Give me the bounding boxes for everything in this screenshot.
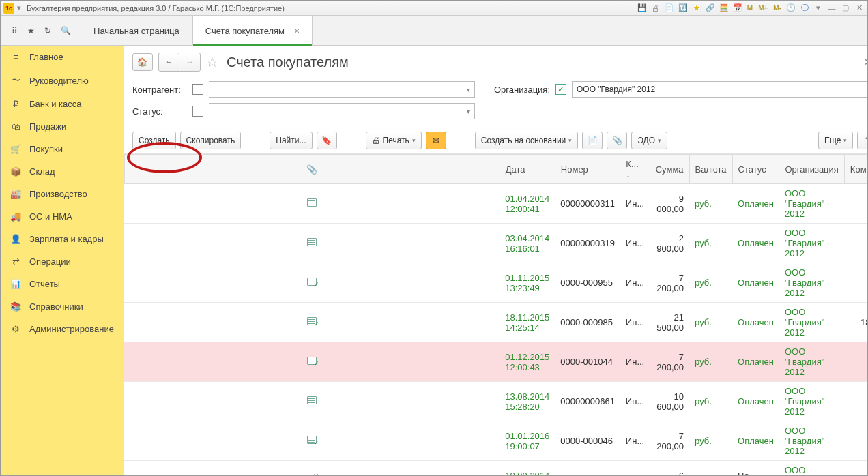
- copy-button[interactable]: Скопировать: [180, 132, 242, 149]
- page-title: Счета покупателям: [227, 55, 349, 70]
- cell-number: 00000000661: [555, 382, 620, 421]
- col-date[interactable]: Дата: [500, 155, 555, 184]
- table-row[interactable]: 01.11.2015 13:23:490000-000955Ин...7 200…: [124, 263, 867, 303]
- col-org[interactable]: Организация: [779, 155, 844, 184]
- tb-m-minus2[interactable]: M-: [772, 3, 783, 14]
- window-title: Бухгалтерия предприятия, редакция 3.0 / …: [27, 4, 285, 12]
- table-row[interactable]: 01.12.2015 12:00:430000-001044Ин...7 200…: [124, 342, 867, 382]
- print-button[interactable]: 🖨 Печать ▾: [366, 132, 422, 149]
- status-checkbox[interactable]: [192, 106, 203, 117]
- cell-currency: руб.: [689, 224, 732, 263]
- sidebar-item-12[interactable]: ⚙Администрирование: [1, 318, 124, 340]
- more-button[interactable]: Еще ▾: [818, 132, 853, 149]
- sidebar-item-3[interactable]: 🛍Продажи: [1, 115, 124, 138]
- tb-refresh-icon[interactable]: 🔃: [678, 3, 689, 14]
- find-button[interactable]: Найти...: [270, 132, 312, 149]
- attach-button[interactable]: 📎: [607, 132, 627, 149]
- sidebar-icon: ⚙: [10, 324, 21, 334]
- window-maximize[interactable]: ▢: [840, 3, 851, 14]
- tb-m-plus[interactable]: M+: [757, 3, 769, 14]
- tb-link-icon[interactable]: 🔗: [705, 3, 716, 14]
- org-checkbox[interactable]: [555, 84, 566, 95]
- history-icon[interactable]: ↻: [44, 26, 51, 35]
- status-select[interactable]: ▾: [209, 103, 475, 119]
- col-number[interactable]: Номер: [555, 155, 620, 184]
- counterparty-select[interactable]: ▾: [209, 81, 475, 98]
- sidebar-item-6[interactable]: 🏭Производство: [1, 183, 124, 205]
- tab-invoices[interactable]: Счета покупателям✕: [192, 16, 313, 46]
- org-select[interactable]: ООО "Гвардия" 2012▾: [572, 81, 867, 98]
- sidebar-item-7[interactable]: 🚚ОС и НМА: [1, 205, 124, 228]
- doc-status-icon: [307, 436, 317, 444]
- tb-m-minus[interactable]: M: [746, 3, 754, 14]
- cell-k: Ин...: [620, 303, 650, 342]
- favorite-star-icon[interactable]: ☆: [206, 54, 218, 70]
- col-status[interactable]: Статус: [732, 155, 779, 184]
- sidebar-item-9[interactable]: ⇄Операции: [1, 250, 124, 273]
- tb-print-icon[interactable]: 🖨: [650, 3, 661, 14]
- sidebar-item-11[interactable]: 📚Справочники: [1, 295, 124, 318]
- cell-status: Оплачен: [732, 184, 779, 224]
- table-row[interactable]: 03.04.2014 16:16:0100000000319Ин...2 900…: [124, 224, 867, 263]
- window-close[interactable]: ✕: [854, 3, 865, 14]
- help-button[interactable]: ?: [857, 132, 867, 149]
- tb-dropdown-icon[interactable]: ▾: [813, 3, 824, 14]
- edo-button[interactable]: ЭДО ▾: [631, 132, 667, 149]
- col-clip[interactable]: 📎: [124, 155, 500, 184]
- tb-star-icon[interactable]: ★: [691, 3, 702, 14]
- sidebar-item-label: Производство: [29, 189, 87, 199]
- cell-org: ООО "Гвардия" 2012: [779, 184, 844, 224]
- tb-calendar-icon[interactable]: 📅: [732, 3, 743, 14]
- tb-save-icon[interactable]: 💾: [637, 3, 648, 14]
- titlebar: 1c ▾ Бухгалтерия предприятия, редакция 3…: [1, 1, 867, 16]
- tab-home[interactable]: Начальная страница: [81, 16, 192, 46]
- col-currency[interactable]: Валюта: [689, 155, 732, 184]
- apps-icon[interactable]: ⠿: [12, 26, 18, 35]
- cell-date: 01.04.2014 12:00:41: [500, 184, 555, 224]
- table-row[interactable]: 13.08.2014 15:28:2000000000661Ин...10 60…: [124, 382, 867, 421]
- cell-k: Ин...: [620, 263, 650, 303]
- sidebar-item-label: Администрирование: [29, 324, 114, 334]
- sidebar-item-2[interactable]: ₽Банк и касса: [1, 93, 124, 115]
- cell-number: 0000-001044: [555, 342, 620, 382]
- favorites-icon[interactable]: ★: [27, 26, 35, 35]
- sidebar-item-10[interactable]: 📊Отчеты: [1, 273, 124, 295]
- tb-calc-icon[interactable]: 🧮: [719, 3, 729, 14]
- create-button[interactable]: Создать: [132, 132, 176, 149]
- page-close-icon[interactable]: ✕: [864, 57, 867, 68]
- cell-date: 10.09.2014 14:18:33: [500, 461, 555, 476]
- tb-info-icon[interactable]: ⓘ: [799, 3, 810, 14]
- tb-doc-icon[interactable]: 📄: [664, 3, 675, 14]
- sidebar-item-label: Руководителю: [29, 76, 89, 86]
- cell-comment: [844, 263, 867, 303]
- search-icon[interactable]: 🔍: [61, 26, 71, 35]
- nav-forward-button[interactable]: →: [179, 53, 200, 71]
- tab-close-icon[interactable]: ✕: [294, 27, 300, 35]
- col-comment[interactable]: Комм...: [844, 155, 867, 184]
- sidebar-item-0[interactable]: ≡Главное: [1, 46, 124, 68]
- table-row[interactable]: 01.04.2014 12:00:4100000000311Ин...9 000…: [124, 184, 867, 224]
- sidebar-item-8[interactable]: 👤Зарплата и кадры: [1, 228, 124, 250]
- mail-button[interactable]: ✉: [426, 132, 446, 149]
- sidebar-item-label: Операции: [29, 256, 71, 267]
- cell-status: Оплачен: [732, 382, 779, 421]
- table-row[interactable]: 10.09.2014 14:18:3300000000757Ин...6 000…: [124, 461, 867, 476]
- col-sum[interactable]: Сумма: [650, 155, 689, 184]
- sidebar-item-5[interactable]: 📦Склад: [1, 160, 124, 183]
- window-minimize[interactable]: —: [826, 3, 837, 14]
- sidebar-item-1[interactable]: 〜Руководителю: [1, 68, 124, 93]
- col-k[interactable]: К... ↓: [620, 155, 650, 184]
- clear-filter-button[interactable]: 🔖: [317, 132, 337, 149]
- table-row[interactable]: 18.11.2015 14:25:140000-000985Ин...21 50…: [124, 303, 867, 342]
- counterparty-checkbox[interactable]: [192, 84, 203, 95]
- app-menu-dropdown[interactable]: ▾: [17, 3, 24, 12]
- table-row[interactable]: 01.01.2016 19:00:070000-000046Ин...7 200…: [124, 421, 867, 461]
- cell-comment: [844, 184, 867, 224]
- create-based-on-button[interactable]: Создать на основании ▾: [475, 132, 579, 149]
- list-button[interactable]: 📄: [582, 132, 603, 149]
- home-button[interactable]: 🏠: [132, 53, 153, 71]
- cell-currency: руб.: [689, 382, 732, 421]
- tb-clock-icon[interactable]: 🕓: [785, 3, 796, 14]
- nav-back-button[interactable]: ←: [159, 53, 179, 71]
- sidebar-item-4[interactable]: 🛒Покупки: [1, 138, 124, 160]
